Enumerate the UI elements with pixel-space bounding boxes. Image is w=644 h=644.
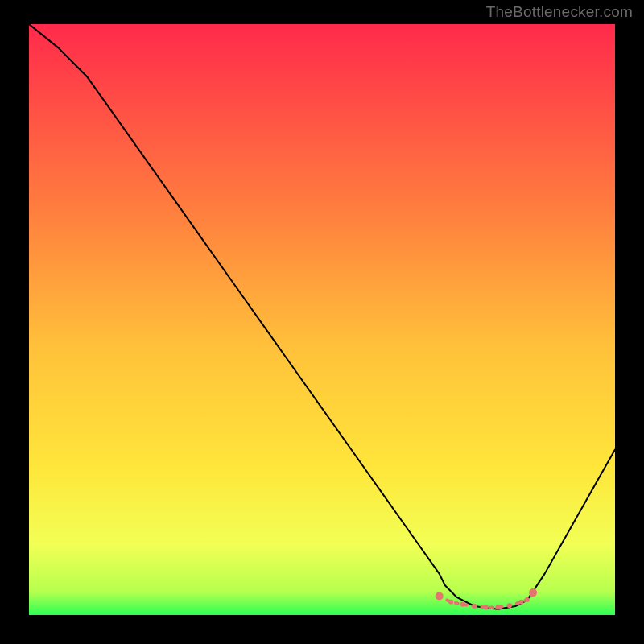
optimal-marker bbox=[519, 600, 524, 605]
optimal-marker bbox=[529, 588, 537, 597]
optimal-marker bbox=[436, 592, 444, 601]
frame-bottom bbox=[0, 615, 644, 644]
optimal-marker bbox=[448, 600, 453, 605]
optimal-marker bbox=[495, 605, 500, 609]
gradient-background bbox=[29, 24, 615, 615]
optimal-marker bbox=[525, 597, 530, 602]
optimal-marker bbox=[484, 605, 489, 609]
watermark-text: TheBottlenecker.com bbox=[486, 3, 633, 21]
optimal-marker bbox=[460, 602, 465, 607]
frame-left bbox=[0, 0, 29, 644]
chart-svg bbox=[29, 24, 615, 615]
frame-right bbox=[615, 0, 644, 644]
optimal-marker bbox=[507, 603, 512, 608]
optimal-marker bbox=[472, 604, 477, 609]
plot-area bbox=[29, 24, 615, 615]
